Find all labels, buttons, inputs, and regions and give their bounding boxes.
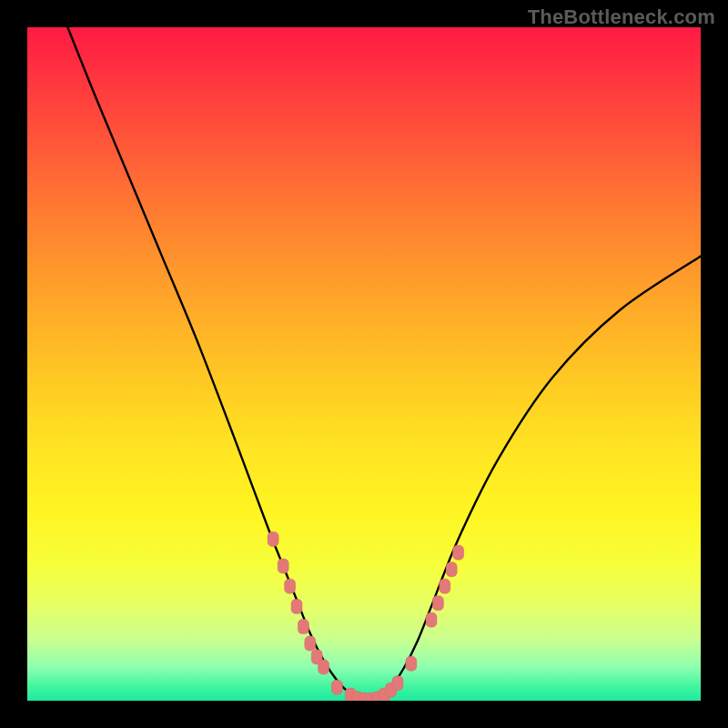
data-marker [426, 612, 437, 627]
data-marker [298, 620, 308, 634]
plot-area [27, 27, 701, 701]
bottleneck-curve [67, 27, 701, 701]
data-marker [278, 559, 288, 573]
data-marker [291, 599, 302, 613]
chart-overlay [27, 27, 701, 701]
data-marker [440, 579, 450, 593]
data-marker [285, 579, 296, 593]
data-marker [406, 656, 417, 671]
data-markers [268, 531, 464, 701]
data-marker [268, 531, 278, 546]
data-marker [432, 596, 443, 611]
data-marker [331, 680, 342, 694]
watermark-text: TheBottleneck.com [528, 5, 715, 29]
curve-path [67, 27, 701, 701]
data-marker [318, 660, 329, 674]
data-marker [446, 562, 457, 577]
data-marker [305, 636, 316, 651]
data-marker [453, 545, 464, 560]
data-marker [392, 676, 403, 691]
chart-frame: TheBottleneck.com [0, 0, 728, 728]
